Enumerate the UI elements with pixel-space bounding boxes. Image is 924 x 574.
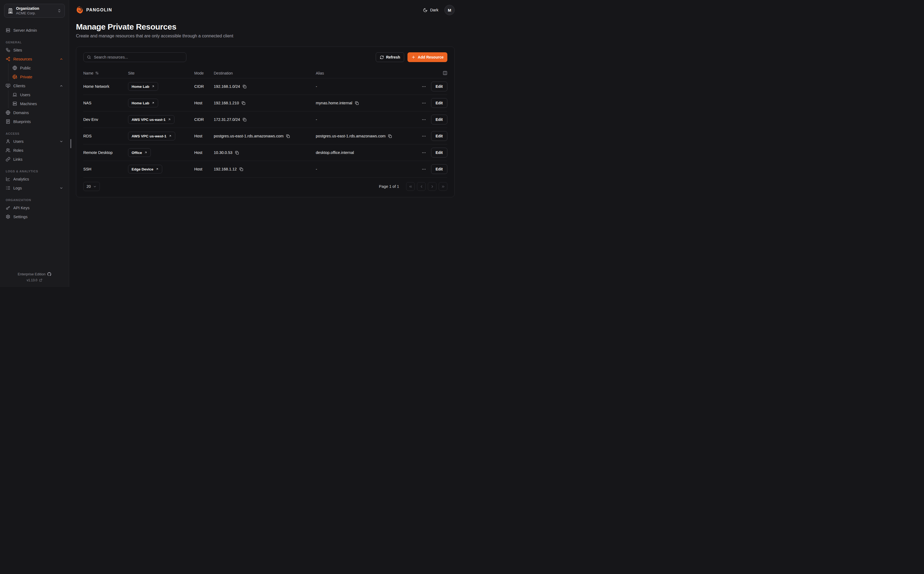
column-header-name[interactable]: Name bbox=[83, 71, 128, 75]
first-page-button[interactable] bbox=[406, 182, 415, 191]
brand[interactable]: PANGOLIN bbox=[76, 6, 112, 14]
chevron-left-icon bbox=[419, 184, 424, 189]
copy-destination-button[interactable] bbox=[239, 167, 243, 171]
chevrons-up-down-icon bbox=[57, 9, 61, 13]
chevron-down-icon bbox=[93, 185, 97, 188]
sidebar-item-api-keys[interactable]: API Keys bbox=[4, 203, 65, 212]
copy-alias-button[interactable] bbox=[388, 134, 392, 138]
search-input[interactable] bbox=[94, 55, 183, 59]
sidebar-item-label: Server Admin bbox=[13, 28, 63, 33]
org-switcher-label: Organization bbox=[16, 6, 55, 11]
sidebar-item-private[interactable]: Private bbox=[11, 73, 65, 81]
arrow-up-right-icon bbox=[168, 118, 171, 121]
resource-destination: 192.168.1.12 bbox=[214, 167, 237, 171]
user-icon bbox=[6, 139, 10, 144]
copy-destination-button[interactable] bbox=[286, 134, 290, 138]
sidebar-item-label: Users bbox=[20, 93, 63, 97]
row-menu-button[interactable] bbox=[422, 117, 426, 122]
site-chip[interactable]: Office bbox=[128, 148, 151, 157]
column-label: Mode bbox=[194, 71, 204, 75]
previous-page-button[interactable] bbox=[417, 182, 426, 191]
key-icon bbox=[6, 205, 10, 210]
edit-button[interactable]: Edit bbox=[431, 148, 447, 158]
edit-button[interactable]: Edit bbox=[431, 131, 447, 141]
edit-button[interactable]: Edit bbox=[431, 164, 447, 174]
edit-button[interactable]: Edit bbox=[431, 98, 447, 108]
gear-icon bbox=[6, 214, 10, 219]
chevron-up-icon bbox=[59, 84, 63, 88]
resource-alias: mynas.home.internal bbox=[316, 101, 353, 105]
page-subtitle: Create and manage resources that are onl… bbox=[76, 34, 455, 38]
resource-mode: Host bbox=[194, 134, 214, 138]
copy-destination-button[interactable] bbox=[235, 151, 239, 155]
theme-label: Dark bbox=[430, 8, 438, 12]
edit-button[interactable]: Edit bbox=[431, 115, 447, 125]
topbar: PANGOLIN Dark M bbox=[70, 0, 462, 15]
section-label-general: GENERAL bbox=[6, 41, 63, 44]
resource-alias: desktop.office.internal bbox=[316, 150, 412, 155]
sidebar-item-blueprints[interactable]: Blueprints bbox=[4, 117, 65, 126]
page-status: Page 1 of 1 bbox=[379, 184, 399, 189]
chevrons-left-icon bbox=[408, 184, 413, 189]
chevrons-right-icon bbox=[441, 184, 445, 189]
arrow-up-right-icon bbox=[144, 151, 147, 154]
site-chip[interactable]: AWS VPC us-east-1 bbox=[128, 115, 174, 124]
page-head: Manage Private Resources Create and mana… bbox=[70, 15, 462, 38]
row-menu-button[interactable] bbox=[422, 101, 426, 106]
copy-alias-button[interactable] bbox=[355, 101, 359, 105]
sidebar-item-settings[interactable]: Settings bbox=[4, 212, 65, 221]
table-row: SSH Edge Device Host 192.168.1.12 - Edit bbox=[83, 161, 447, 178]
copy-icon bbox=[355, 101, 359, 105]
sidebar: Organization ACME Corp. Server Admin GEN… bbox=[0, 0, 69, 287]
link-icon bbox=[6, 157, 10, 161]
row-menu-button[interactable] bbox=[422, 150, 426, 155]
sidebar-item-label: Resources bbox=[13, 57, 57, 61]
page-size-select[interactable]: 20 bbox=[83, 182, 100, 191]
avatar[interactable]: M bbox=[445, 5, 455, 15]
laptop-icon bbox=[13, 92, 17, 97]
site-chip-label: AWS VPC us-east-1 bbox=[131, 118, 166, 122]
add-resource-button[interactable]: Add Resource bbox=[407, 52, 447, 62]
sidebar-item-resources[interactable]: Resources bbox=[4, 54, 65, 63]
sidebar-item-domains[interactable]: Domains bbox=[4, 108, 65, 117]
resource-alias: postgres.us-east-1.rds.amazonaws.com bbox=[316, 134, 386, 138]
copy-icon bbox=[242, 118, 247, 122]
sidebar-item-sites[interactable]: Sites bbox=[4, 46, 65, 54]
sidebar-item-users[interactable]: Users bbox=[4, 137, 65, 146]
section-label-logs-analytics: LOGS & ANALYTICS bbox=[6, 170, 63, 173]
sidebar-item-logs[interactable]: Logs bbox=[4, 183, 65, 192]
resource-name: Dev Env bbox=[83, 117, 128, 122]
theme-toggle[interactable]: Dark bbox=[423, 8, 438, 13]
columns-toggle-icon[interactable] bbox=[443, 71, 447, 75]
row-menu-button[interactable] bbox=[422, 167, 426, 172]
edit-button[interactable]: Edit bbox=[431, 82, 447, 91]
site-chip[interactable]: AWS VPC us-west-1 bbox=[128, 132, 175, 140]
copy-destination-button[interactable] bbox=[241, 101, 245, 105]
site-chip-label: Office bbox=[131, 151, 142, 155]
sidebar-item-roles[interactable]: Roles bbox=[4, 146, 65, 155]
sort-icon bbox=[95, 71, 99, 75]
copy-destination-button[interactable] bbox=[242, 85, 247, 88]
sidebar-item-links[interactable]: Links bbox=[4, 155, 65, 164]
chevron-down-icon bbox=[59, 186, 63, 190]
sidebar-item-label: Users bbox=[13, 139, 57, 144]
site-chip[interactable]: Home Lab bbox=[128, 99, 158, 107]
sidebar-item-analytics[interactable]: Analytics bbox=[4, 175, 65, 183]
sidebar-item-machines[interactable]: Machines bbox=[11, 99, 65, 108]
ellipsis-icon bbox=[422, 84, 426, 89]
row-menu-button[interactable] bbox=[422, 134, 426, 139]
github-icon[interactable] bbox=[47, 272, 51, 276]
copy-destination-button[interactable] bbox=[242, 118, 247, 122]
external-link-icon[interactable] bbox=[39, 279, 42, 282]
site-chip[interactable]: Home Lab bbox=[128, 82, 158, 91]
last-page-button[interactable] bbox=[439, 182, 447, 191]
sidebar-item-client-users[interactable]: Users bbox=[11, 90, 65, 99]
row-menu-button[interactable] bbox=[422, 84, 426, 89]
org-switcher[interactable]: Organization ACME Corp. bbox=[4, 4, 65, 17]
next-page-button[interactable] bbox=[428, 182, 437, 191]
sidebar-item-clients[interactable]: Clients bbox=[4, 81, 65, 90]
site-chip[interactable]: Edge Device bbox=[128, 165, 162, 173]
sidebar-item-public[interactable]: Public bbox=[11, 63, 65, 73]
sidebar-item-server-admin[interactable]: Server Admin bbox=[4, 26, 65, 35]
refresh-button[interactable]: Refresh bbox=[376, 52, 404, 62]
